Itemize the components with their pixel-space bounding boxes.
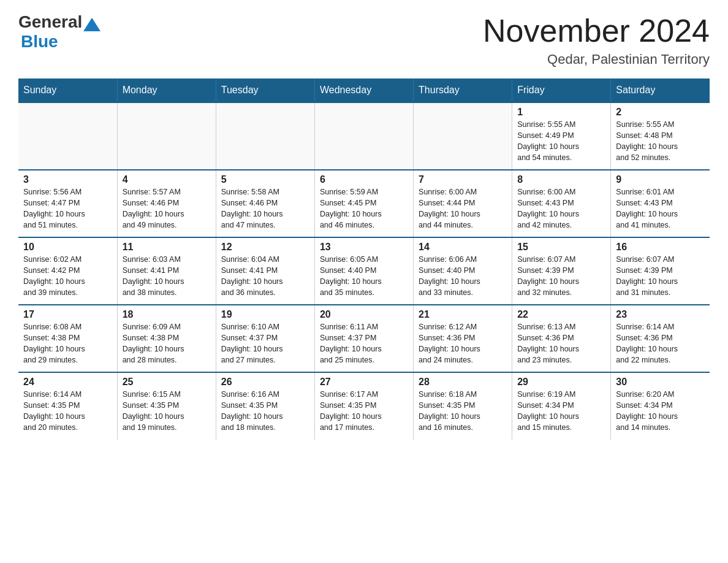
day-number: 26 <box>221 377 309 388</box>
calendar-cell: 30Sunrise: 6:20 AM Sunset: 4:34 PM Dayli… <box>611 372 710 440</box>
calendar-subtitle: Qedar, Palestinian Territory <box>483 52 710 67</box>
day-number: 11 <box>123 242 211 253</box>
calendar-cell: 29Sunrise: 6:19 AM Sunset: 4:34 PM Dayli… <box>512 372 611 440</box>
day-number: 16 <box>616 242 705 253</box>
calendar-cell: 19Sunrise: 6:10 AM Sunset: 4:37 PM Dayli… <box>216 305 314 372</box>
calendar-cell: 3Sunrise: 5:56 AM Sunset: 4:47 PM Daylig… <box>18 170 117 237</box>
calendar-day-header: Saturday <box>611 79 710 102</box>
calendar-cell: 20Sunrise: 6:11 AM Sunset: 4:37 PM Dayli… <box>314 305 413 372</box>
day-number: 21 <box>419 309 507 320</box>
calendar-day-header: Thursday <box>414 79 512 102</box>
day-number: 23 <box>616 309 705 320</box>
day-number: 2 <box>616 107 705 118</box>
calendar-cell: 17Sunrise: 6:08 AM Sunset: 4:38 PM Dayli… <box>18 305 117 372</box>
day-number: 24 <box>23 377 112 388</box>
calendar-cell: 9Sunrise: 6:01 AM Sunset: 4:43 PM Daylig… <box>611 170 710 237</box>
day-number: 8 <box>517 174 605 185</box>
day-info: Sunrise: 5:57 AM Sunset: 4:46 PM Dayligh… <box>123 186 211 231</box>
day-info: Sunrise: 6:00 AM Sunset: 4:43 PM Dayligh… <box>517 186 605 231</box>
calendar-cell: 10Sunrise: 6:02 AM Sunset: 4:42 PM Dayli… <box>18 237 117 305</box>
calendar-cell: 18Sunrise: 6:09 AM Sunset: 4:38 PM Dayli… <box>117 305 216 372</box>
day-info: Sunrise: 6:16 AM Sunset: 4:35 PM Dayligh… <box>221 389 309 434</box>
day-info: Sunrise: 6:07 AM Sunset: 4:39 PM Dayligh… <box>517 254 605 299</box>
day-info: Sunrise: 5:58 AM Sunset: 4:46 PM Dayligh… <box>221 186 309 231</box>
day-number: 28 <box>419 377 507 388</box>
day-number: 29 <box>517 377 605 388</box>
day-info: Sunrise: 6:12 AM Sunset: 4:36 PM Dayligh… <box>419 321 507 366</box>
calendar-table: SundayMondayTuesdayWednesdayThursdayFrid… <box>18 79 710 440</box>
calendar-cell <box>216 102 314 170</box>
calendar-cell: 16Sunrise: 6:07 AM Sunset: 4:39 PM Dayli… <box>611 237 710 305</box>
day-info: Sunrise: 5:59 AM Sunset: 4:45 PM Dayligh… <box>320 186 408 231</box>
day-info: Sunrise: 6:18 AM Sunset: 4:35 PM Dayligh… <box>419 389 507 434</box>
calendar-cell: 22Sunrise: 6:13 AM Sunset: 4:36 PM Dayli… <box>512 305 611 372</box>
day-number: 1 <box>517 107 605 118</box>
calendar-cell: 8Sunrise: 6:00 AM Sunset: 4:43 PM Daylig… <box>512 170 611 237</box>
day-info: Sunrise: 6:13 AM Sunset: 4:36 PM Dayligh… <box>517 321 605 366</box>
day-number: 5 <box>221 174 309 185</box>
calendar-week-row: 1Sunrise: 5:55 AM Sunset: 4:49 PM Daylig… <box>18 102 710 170</box>
day-number: 18 <box>123 309 211 320</box>
day-number: 19 <box>221 309 309 320</box>
day-number: 4 <box>123 174 211 185</box>
day-info: Sunrise: 6:02 AM Sunset: 4:42 PM Dayligh… <box>23 254 112 299</box>
day-info: Sunrise: 6:15 AM Sunset: 4:35 PM Dayligh… <box>123 389 211 434</box>
day-info: Sunrise: 6:07 AM Sunset: 4:39 PM Dayligh… <box>616 254 705 299</box>
day-number: 27 <box>320 377 408 388</box>
calendar-cell: 15Sunrise: 6:07 AM Sunset: 4:39 PM Dayli… <box>512 237 611 305</box>
calendar-cell: 23Sunrise: 6:14 AM Sunset: 4:36 PM Dayli… <box>611 305 710 372</box>
day-info: Sunrise: 6:09 AM Sunset: 4:38 PM Dayligh… <box>123 321 211 366</box>
logo-general-text: General <box>18 12 82 32</box>
header: General Blue November 2024 Qedar, Palest… <box>18 12 710 67</box>
day-info: Sunrise: 6:01 AM Sunset: 4:43 PM Dayligh… <box>616 186 705 231</box>
day-info: Sunrise: 5:55 AM Sunset: 4:49 PM Dayligh… <box>517 119 605 164</box>
calendar-cell <box>117 102 216 170</box>
calendar-day-header: Wednesday <box>314 79 413 102</box>
day-number: 22 <box>517 309 605 320</box>
calendar-week-row: 17Sunrise: 6:08 AM Sunset: 4:38 PM Dayli… <box>18 305 710 372</box>
day-info: Sunrise: 6:20 AM Sunset: 4:34 PM Dayligh… <box>616 389 705 434</box>
calendar-week-row: 10Sunrise: 6:02 AM Sunset: 4:42 PM Dayli… <box>18 237 710 305</box>
calendar-cell: 4Sunrise: 5:57 AM Sunset: 4:46 PM Daylig… <box>117 170 216 237</box>
calendar-cell: 21Sunrise: 6:12 AM Sunset: 4:36 PM Dayli… <box>414 305 512 372</box>
day-info: Sunrise: 6:11 AM Sunset: 4:37 PM Dayligh… <box>320 321 408 366</box>
calendar-cell <box>314 102 413 170</box>
calendar-header-row: SundayMondayTuesdayWednesdayThursdayFrid… <box>18 79 710 102</box>
day-info: Sunrise: 6:04 AM Sunset: 4:41 PM Dayligh… <box>221 254 309 299</box>
calendar-cell: 26Sunrise: 6:16 AM Sunset: 4:35 PM Dayli… <box>216 372 314 440</box>
calendar-cell: 6Sunrise: 5:59 AM Sunset: 4:45 PM Daylig… <box>314 170 413 237</box>
calendar-cell <box>18 102 117 170</box>
logo-triangle-icon <box>83 18 100 31</box>
calendar-cell: 14Sunrise: 6:06 AM Sunset: 4:40 PM Dayli… <box>414 237 512 305</box>
day-number: 15 <box>517 242 605 253</box>
day-number: 20 <box>320 309 408 320</box>
calendar-cell: 24Sunrise: 6:14 AM Sunset: 4:35 PM Dayli… <box>18 372 117 440</box>
calendar-cell: 7Sunrise: 6:00 AM Sunset: 4:44 PM Daylig… <box>414 170 512 237</box>
calendar-cell: 12Sunrise: 6:04 AM Sunset: 4:41 PM Dayli… <box>216 237 314 305</box>
logo-blue-text: Blue <box>21 32 58 52</box>
calendar-day-header: Tuesday <box>216 79 314 102</box>
calendar-cell: 27Sunrise: 6:17 AM Sunset: 4:35 PM Dayli… <box>314 372 413 440</box>
day-number: 9 <box>616 174 705 185</box>
day-info: Sunrise: 6:10 AM Sunset: 4:37 PM Dayligh… <box>221 321 309 366</box>
day-info: Sunrise: 6:14 AM Sunset: 4:35 PM Dayligh… <box>23 389 112 434</box>
calendar-week-row: 24Sunrise: 6:14 AM Sunset: 4:35 PM Dayli… <box>18 372 710 440</box>
logo: General Blue <box>18 12 102 52</box>
day-info: Sunrise: 6:06 AM Sunset: 4:40 PM Dayligh… <box>419 254 507 299</box>
day-info: Sunrise: 6:19 AM Sunset: 4:34 PM Dayligh… <box>517 389 605 434</box>
calendar-cell: 2Sunrise: 5:55 AM Sunset: 4:48 PM Daylig… <box>611 102 710 170</box>
calendar-cell: 11Sunrise: 6:03 AM Sunset: 4:41 PM Dayli… <box>117 237 216 305</box>
calendar-cell: 1Sunrise: 5:55 AM Sunset: 4:49 PM Daylig… <box>512 102 611 170</box>
calendar-cell: 25Sunrise: 6:15 AM Sunset: 4:35 PM Dayli… <box>117 372 216 440</box>
calendar-cell: 28Sunrise: 6:18 AM Sunset: 4:35 PM Dayli… <box>414 372 512 440</box>
calendar-day-header: Friday <box>512 79 611 102</box>
day-number: 3 <box>23 174 112 185</box>
day-number: 6 <box>320 174 408 185</box>
day-info: Sunrise: 6:03 AM Sunset: 4:41 PM Dayligh… <box>123 254 211 299</box>
day-info: Sunrise: 6:00 AM Sunset: 4:44 PM Dayligh… <box>419 186 507 231</box>
calendar-title: November 2024 <box>483 12 710 49</box>
day-number: 7 <box>419 174 507 185</box>
day-info: Sunrise: 5:56 AM Sunset: 4:47 PM Dayligh… <box>23 186 112 231</box>
calendar-cell <box>414 102 512 170</box>
day-number: 10 <box>23 242 112 253</box>
